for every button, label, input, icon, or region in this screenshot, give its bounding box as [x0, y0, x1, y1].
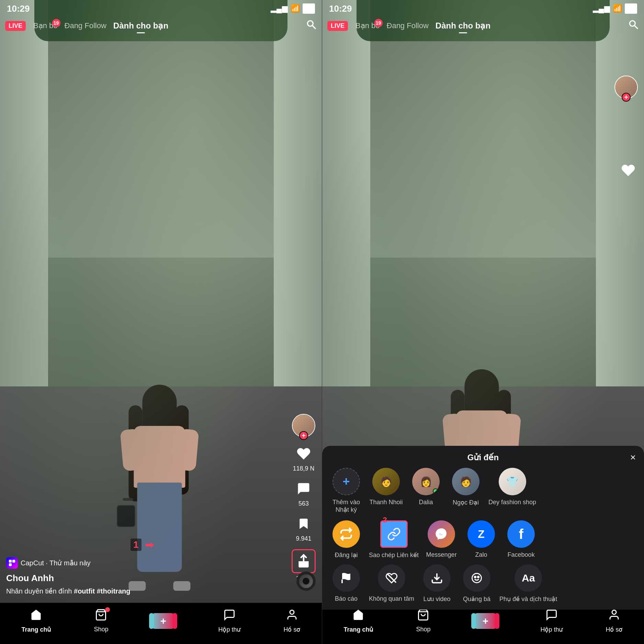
right-nav-create[interactable]: +	[473, 612, 497, 630]
share-panel-header: Gửi đến ×	[322, 453, 644, 468]
thanh-nhoii-label: Thanh Nhoii	[369, 499, 403, 506]
like-button[interactable]: 118,9 N	[293, 444, 314, 472]
tab-friends[interactable]: Bạn bè 19	[30, 20, 61, 32]
right-nav-home[interactable]: Trang chủ	[343, 609, 373, 633]
left-phone-screen: 10:29 ▂▄▆ 📶 33 LIVE Bạn bè 19 Đang Follo…	[0, 0, 322, 644]
right-nav-tabs: LIVE Bạn bè 19 Đang Follow Dành cho bạn	[322, 19, 644, 33]
right-profile-icon	[608, 609, 620, 624]
share-action-facebook[interactable]: f Facebook	[504, 520, 538, 559]
right-create-button[interactable]: +	[473, 612, 497, 630]
create-button[interactable]: +	[151, 612, 175, 630]
share-action-save-video[interactable]: Lưu video	[420, 564, 454, 603]
tab-for-you[interactable]: Dành cho bạn	[110, 19, 172, 32]
facebook-label: Facebook	[508, 551, 535, 558]
ngoc-dai-avatar: 🧑	[452, 468, 479, 495]
share-panel-close-button[interactable]: ×	[630, 452, 636, 463]
share-action-messenger[interactable]: Messenger	[424, 520, 459, 559]
share-action-repost[interactable]: Đăng lại	[329, 520, 363, 559]
right-tab-friends[interactable]: Bạn bè 19	[352, 20, 383, 32]
repost-icon	[332, 520, 360, 548]
right-actions: + 118,9 N 563 9.941	[292, 414, 316, 582]
svg-point-7	[290, 610, 294, 614]
live-badge[interactable]: LIVE	[5, 21, 26, 31]
home-icon	[30, 609, 42, 624]
nav-home[interactable]: Trang chủ	[21, 609, 51, 633]
right-home-icon	[352, 609, 364, 624]
promo-label: Quảng bá	[463, 595, 490, 603]
comment-icon	[294, 479, 313, 498]
bookmark-button[interactable]: 9.941	[294, 514, 313, 542]
right-status-bar: 10:29 ▂▄▆ 📶 33	[322, 0, 644, 17]
share-contact-ngoc-dai[interactable]: 🧑 Ngọc Đại	[449, 468, 483, 513]
share-action-report[interactable]: Báo cáo	[329, 564, 363, 603]
messenger-icon	[428, 520, 455, 548]
right-signal-icon: ▂▄▆	[593, 4, 610, 13]
share-icon	[294, 552, 313, 571]
username[interactable]: Chou Anhh	[6, 573, 287, 584]
zalo-label: Zalo	[475, 551, 487, 558]
right-wifi-icon: 📶	[613, 4, 622, 13]
arrow-indicator: 1 ➡	[131, 538, 154, 551]
follow-plus-icon[interactable]: +	[299, 431, 308, 440]
right-inbox-icon	[545, 609, 558, 624]
right-heart-btn[interactable]	[614, 161, 638, 180]
share-action-zalo[interactable]: Z Zalo	[464, 520, 498, 559]
share-contact-thanh-nhoii[interactable]: 🧑 Thanh Nhoii	[369, 468, 403, 513]
share-panel: Gửi đến × + Thêm vàoNhật ký 🧑 Thanh Nhoi…	[322, 446, 644, 610]
creator-avatar[interactable]: +	[292, 414, 315, 437]
share-action-copy-link[interactable]: 2 Sao chép Liên kết	[369, 520, 419, 559]
svg-point-15	[477, 576, 479, 578]
nav-create[interactable]: +	[151, 612, 175, 630]
dalia-label: Dalia	[419, 499, 433, 506]
right-shop-icon	[417, 609, 429, 624]
inbox-icon	[223, 609, 236, 624]
nav-profile[interactable]: Hồ sơ	[283, 609, 300, 633]
signal-icon: ▂▄▆	[271, 4, 288, 13]
right-search-button[interactable]	[628, 19, 639, 33]
share-contact-add-diary[interactable]: + Thêm vàoNhật ký	[329, 468, 363, 513]
svg-line-1	[312, 25, 315, 29]
nav-shop[interactable]: Shop	[94, 609, 108, 633]
subtitle-label: Phụ đề và dịch thuật	[499, 595, 557, 603]
right-notification-badge: 19	[374, 19, 383, 27]
right-home-label: Trang chủ	[343, 626, 373, 633]
messenger-label: Messenger	[426, 551, 457, 558]
share-action-promo[interactable]: Quảng bá	[460, 564, 494, 603]
nav-inbox[interactable]: Hộp thư	[218, 609, 240, 633]
bottom-nav: Trang chủ Shop +	[0, 603, 322, 644]
save-video-icon	[423, 564, 451, 592]
right-follow-plus-icon[interactable]: +	[622, 93, 631, 102]
svg-point-13	[472, 574, 482, 583]
copy-link-label: Sao chép Liên kết	[369, 551, 419, 559]
wifi-icon: 📶	[291, 4, 300, 13]
capcut-badge[interactable]: CapCut · Thử mẫu này	[6, 557, 287, 569]
bookmark-count: 9.941	[296, 535, 311, 542]
right-nav-inbox[interactable]: Hộp thư	[540, 609, 563, 633]
right-tab-for-you[interactable]: Dành cho bạn	[432, 19, 494, 32]
notification-badge: 19	[52, 19, 60, 27]
right-status-time: 10:29	[329, 3, 352, 14]
right-shop-label: Shop	[416, 626, 430, 633]
ngoc-dai-label: Ngọc Đại	[453, 499, 479, 506]
report-icon	[332, 564, 360, 592]
share-action-subtitle[interactable]: Aa Phụ đề và dịch thuật	[499, 564, 557, 603]
search-button[interactable]	[306, 19, 317, 33]
capcut-icon	[6, 557, 18, 569]
comment-button[interactable]: 563	[294, 479, 313, 507]
repost-label: Đăng lại	[335, 551, 358, 559]
right-creator-avatar[interactable]: +	[614, 76, 638, 99]
svg-line-9	[634, 25, 637, 29]
share-contact-dalia[interactable]: 👩 Dalia	[409, 468, 443, 513]
right-live-badge[interactable]: LIVE	[327, 21, 348, 31]
music-disc-inner	[303, 578, 309, 585]
share-action-not-interested[interactable]: Không quan tâm	[369, 564, 414, 603]
music-disc[interactable]	[296, 572, 316, 591]
status-bar: 10:29 ▂▄▆ 📶 33	[0, 0, 322, 17]
share-contact-dey-fashion[interactable]: 👕 Dey fashion shop	[488, 468, 536, 513]
right-nav-profile[interactable]: Hồ sơ	[606, 609, 622, 633]
svg-point-17	[612, 610, 616, 614]
tab-following[interactable]: Đang Follow	[61, 20, 110, 32]
right-nav-shop[interactable]: Shop	[416, 609, 430, 633]
share-panel-title: Gửi đến	[467, 453, 499, 462]
right-tab-following[interactable]: Đang Follow	[383, 20, 432, 32]
